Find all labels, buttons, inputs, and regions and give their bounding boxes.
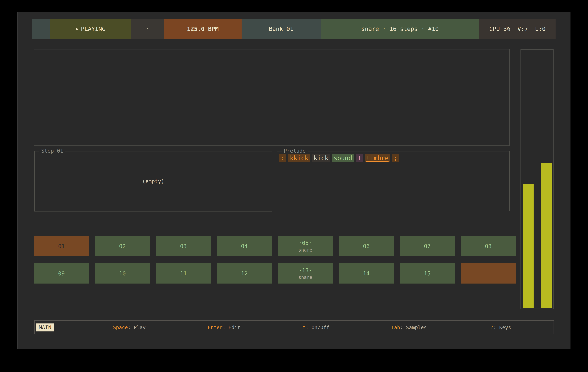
step-number: 04 [241,243,248,249]
step-number: 06 [363,243,370,249]
step-button-16[interactable] [461,263,516,283]
bpm-display[interactable]: 125.0 BPM [164,19,242,39]
step-button-14[interactable]: 14 [339,263,394,283]
shortcut-desc: : Play [128,324,146,330]
shortcut-play: Space: Play [113,324,146,330]
step-number: 10 [119,270,126,277]
step-sample-label: snare [298,275,312,280]
step-number: ·13· [299,267,312,273]
step-empty-text: (empty) [35,151,272,211]
step-number: 09 [58,270,65,277]
play-icon: ▶ [76,26,79,31]
shortcut-key: t [303,324,305,330]
mode-badge: MAIN [36,323,54,332]
level-meter-bar-1 [523,184,534,308]
step-number: 12 [241,270,248,277]
app-window: ▶ PLAYING · 125.0 BPM Bank 01 snare · 16… [17,12,570,349]
step-sample-label: snare [298,247,312,253]
shortcut-key: Tab [391,324,400,330]
step-button-01[interactable]: 01 [34,236,89,256]
step-button-11[interactable]: 11 [156,263,211,283]
shortcut-desc: : On/Off [305,324,329,330]
shortcut-edit: Enter: Edit [208,324,240,330]
prelude-token-kick: kick [312,154,330,162]
shortcut-samples: Tab: Samples [391,324,427,330]
level-meter-panel [521,49,554,309]
step-number: 01 [58,243,65,249]
step-number: 08 [485,243,492,249]
shortcut-desc: : Edit [222,324,240,330]
prelude-panel-title: Prelude [282,148,308,154]
app-screen: ▶ PLAYING · 125.0 BPM Bank 01 snare · 16… [0,0,588,372]
shortcut-desc: : Keys [493,324,511,330]
step-number: 14 [363,270,370,277]
step-button-13[interactable]: ·13·snare [278,263,333,283]
step-number: 11 [180,270,187,277]
shortcut-key: ? [490,324,493,330]
prelude-token-sound: sound [332,154,354,162]
step-button-10[interactable]: 10 [95,263,150,283]
step-button-15[interactable]: 15 [400,263,455,283]
transport-status[interactable]: ▶ PLAYING [50,19,131,39]
shortcut-desc: : Samples [400,324,427,330]
prelude-token-1: 1 [356,154,363,162]
prelude-code-line: :kkickkicksound1timbre; [279,154,399,162]
pattern-visualization-panel [34,49,510,146]
prelude-token-timbre: timbre [365,154,390,162]
transport-label: PLAYING [81,26,105,32]
step-number: 07 [424,243,430,249]
step-grid: 01020304·05·snare06070809101112·13·snare… [34,236,516,283]
step-number: 15 [424,270,430,277]
step-detail-panel: Step 01 (empty) [34,151,272,211]
step-button-05[interactable]: ·05·snare [278,236,333,256]
step-button-09[interactable]: 09 [34,263,89,283]
level-meter-bar-2 [541,163,552,308]
shortcut-key: Space [113,324,128,330]
step-button-03[interactable]: 03 [156,236,211,256]
prelude-token-:: : [279,154,286,162]
status-bar: ▶ PLAYING · 125.0 BPM Bank 01 snare · 16… [32,19,556,39]
step-number: 02 [119,243,126,249]
step-button-04[interactable]: 04 [217,236,272,256]
prelude-token-;: ; [392,154,399,162]
header-separator: · [131,19,164,39]
prelude-panel[interactable]: Prelude :kkickkicksound1timbre; [277,151,510,211]
shortcut-on-off: t: On/Off [303,324,329,330]
bank-display[interactable]: Bank 01 [242,19,321,39]
step-button-02[interactable]: 02 [95,236,150,256]
step-number: 03 [180,243,187,249]
step-button-08[interactable]: 08 [461,236,516,256]
step-button-07[interactable]: 07 [400,236,455,256]
shortcut-keys: ?: Keys [490,324,511,330]
footer-bar: MAIN Space: PlayEnter: Editt: On/OffTab:… [34,320,554,334]
step-button-06[interactable]: 06 [339,236,394,256]
shortcut-key: Enter [208,324,222,330]
header-led-segment [32,19,50,39]
pattern-scatter-canvas [34,50,509,145]
step-button-12[interactable]: 12 [217,263,272,283]
system-stats: CPU 3% V:7 L:0 [479,19,556,39]
step-number: ·05· [299,240,312,246]
prelude-token-kkick: kkick [288,154,310,162]
track-info: snare · 16 steps · #10 [321,19,479,39]
